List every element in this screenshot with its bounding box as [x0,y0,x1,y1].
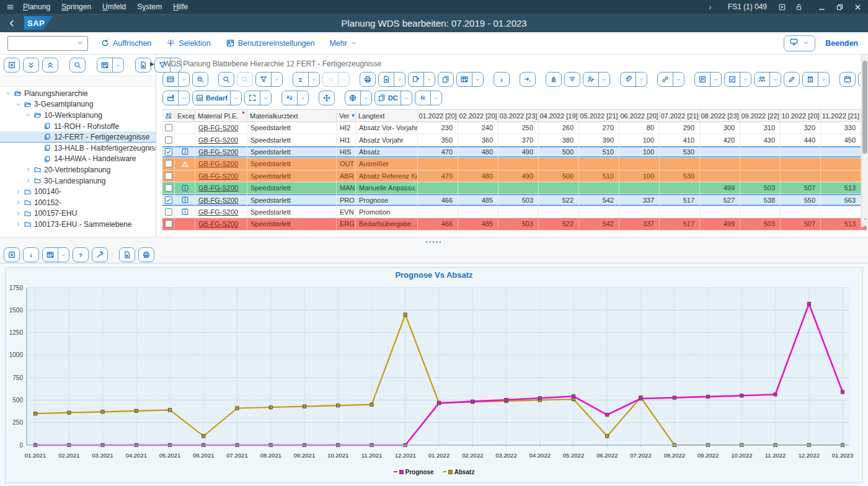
tree-item-10-werksplanung[interactable]: 10-Werksplanung [0,110,156,121]
value-cell-man-8[interactable]: 503 [740,182,781,193]
chevron-right-icon[interactable] [14,210,22,217]
row-select-cell[interactable] [162,206,175,218]
sort-alpha-button[interactable]: A [281,91,309,105]
value-cell-abr-4[interactable]: 510 [579,170,619,182]
value-cell-hi1-1[interactable]: 360 [458,134,498,145]
value-cell-his-9[interactable] [781,146,821,157]
data-transfer-button[interactable] [438,72,454,87]
value-cell-man-2[interactable] [498,182,539,193]
warning-icon[interactable] [181,160,189,168]
value-cell-man-4[interactable] [579,182,619,193]
chevron-right-icon[interactable] [14,221,22,228]
row-checkbox[interactable] [165,197,172,204]
close-panel-button[interactable] [4,58,20,73]
value-cell-out-9[interactable] [781,158,821,169]
filter-lines-button[interactable] [564,72,580,87]
value-cell-man-6[interactable] [660,182,700,193]
value-cell-out-5[interactable] [619,158,660,169]
value-cell-his-7[interactable] [700,146,740,157]
chevron-down-icon[interactable] [740,73,751,86]
table-row-hi2[interactable]: GB-FG-S200SpeedstarlettHI2Absatz Vor- Vo… [162,122,867,134]
value-cell-erg-8[interactable]: 503 [740,218,781,229]
play-box-icon[interactable] [778,3,786,11]
value-cell-evn-0[interactable] [418,206,458,218]
table-row-erg[interactable]: GB-FG-S200SpeedstarlettERGBedarfsübergab… [162,218,867,230]
menu-system[interactable]: System [137,2,162,11]
scrollbar-thumb[interactable] [862,61,867,154]
value-cell-hi2-0[interactable]: 230 [418,122,458,133]
chevron-down-icon[interactable] [636,73,647,86]
col-month-1[interactable]: 02.2022 [20] [458,110,498,122]
value-cell-hi1-9[interactable]: 440 [781,134,821,145]
chevron-down-icon[interactable] [401,91,412,105]
people-button[interactable] [754,72,781,87]
value-cell-out-3[interactable] [539,158,579,169]
chevron-down-icon[interactable] [769,73,781,86]
value-cell-out-6[interactable] [660,158,700,169]
factory-button[interactable] [162,91,190,105]
help-button[interactable]: ? [73,247,89,262]
value-cell-hi2-7[interactable]: 300 [700,122,740,133]
value-cell-hi1-5[interactable]: 100 [619,134,660,145]
chevron-down-icon[interactable] [260,91,271,105]
info-icon[interactable]: i [181,208,189,216]
value-cell-pro-10[interactable]: 563 [821,194,861,205]
row-checkbox[interactable] [165,172,172,180]
link-button[interactable] [657,72,684,87]
value-cell-man-9[interactable]: 507 [781,182,821,193]
chevron-down-icon[interactable] [112,58,123,72]
chevron-right-icon[interactable] [24,166,32,173]
value-cell-abr-1[interactable]: 480 [458,170,498,182]
value-cell-his-2[interactable]: 490 [498,146,539,157]
padlock-open-icon[interactable] [795,3,803,11]
chevron-down-icon[interactable] [14,101,22,108]
value-cell-his-1[interactable]: 480 [458,146,498,157]
compress-button[interactable] [319,91,335,105]
globe-button[interactable] [345,91,372,105]
value-cell-his-3[interactable]: 500 [539,146,579,157]
auffrischen-button[interactable]: Auffrischen [100,38,151,48]
fix-button[interactable]: x [520,72,536,87]
material-cell[interactable]: GB-FG-S200 [195,134,247,145]
material-cell[interactable]: GB-FG-S200 [195,218,247,229]
value-cell-his-4[interactable]: 510 [579,146,619,157]
value-cell-erg-6[interactable]: 517 [660,218,700,229]
col-exception[interactable]: Except.. [175,110,195,122]
row-select-cell[interactable] [162,146,175,157]
table-settings-button[interactable] [97,58,124,73]
chevron-down-icon[interactable] [178,91,189,105]
value-cell-evn-9[interactable] [781,206,821,218]
value-cell-erg-10[interactable]: 513 [821,218,861,229]
tree-item-100152-[interactable]: 100152- [0,197,156,208]
wrench-button[interactable] [92,247,108,262]
col-month-9[interactable]: 10.2022 [20] [781,110,821,122]
tree-item-planungshierarchie[interactable]: Planungshierarchie [0,88,156,99]
value-cell-man-7[interactable]: 499 [700,182,740,193]
value-cell-evn-2[interactable] [498,206,539,218]
value-cell-pro-4[interactable]: 542 [579,194,619,205]
export-list-button[interactable] [378,72,405,87]
form-button[interactable] [724,72,751,87]
col-month-4[interactable]: 05.2022 [21] [579,110,619,122]
value-cell-pro-8[interactable]: 538 [740,194,781,205]
benutzereinstellungen-button[interactable]: Benutzereinstellungen [226,38,315,48]
value-cell-evn-1[interactable] [458,206,498,218]
value-cell-hi2-2[interactable]: 250 [498,122,539,133]
material-link[interactable]: GB-FG-S200 [198,148,238,156]
display-mode-button[interactable] [784,35,815,51]
chevron-down-icon[interactable] [673,73,684,86]
value-cell-abr-3[interactable]: 500 [539,170,579,182]
value-cell-pro-7[interactable]: 527 [700,194,740,205]
material-cell[interactable]: GB-FG-S200 [195,158,247,169]
copy-to-button[interactable] [408,72,435,87]
col-month-5[interactable]: 06.2022 [20] [619,110,660,122]
col-month-7[interactable]: 08.2022 [23] [700,110,740,122]
material-link[interactable]: GB-FG-S200 [198,208,238,216]
table-row-evn[interactable]: iGB-FG-S200SpeedstarlettEVNPromotion [162,206,867,218]
chevron-down-icon[interactable] [230,91,241,105]
col-material[interactable]: Material Pl.E.▲ [195,110,247,122]
value-cell-hi1-6[interactable]: 410 [660,134,700,145]
sort-button[interactable] [546,72,562,87]
value-cell-hi1-3[interactable]: 380 [539,134,579,145]
info-button[interactable]: i [494,72,510,87]
